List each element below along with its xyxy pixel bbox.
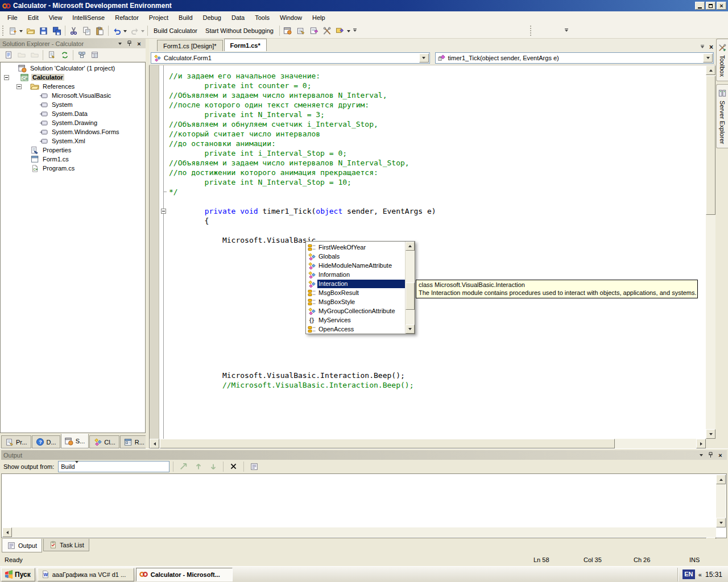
goto-message-button[interactable] <box>177 460 190 473</box>
scroll-down-button[interactable] <box>706 429 715 439</box>
bottom-tab-task-list[interactable]: Task List <box>43 539 89 551</box>
clock[interactable]: 15:31 <box>705 571 722 579</box>
clear-output-button[interactable] <box>227 460 240 473</box>
completion-item-firstweekofyear[interactable]: FirstWeekOfYear <box>306 243 405 252</box>
save-button[interactable] <box>37 24 50 37</box>
code-line[interactable]: Microsoft.VisualBasic.Interaction.Beep()… <box>169 371 693 380</box>
code-line[interactable]: //который считает число интервалов <box>169 129 693 139</box>
scroll-up-button[interactable] <box>716 475 726 484</box>
tree-item-calculator[interactable]: C#Calculator <box>1 73 145 82</box>
menu-project[interactable]: Project <box>144 13 173 23</box>
editor-vertical-scrollbar[interactable] <box>706 65 715 439</box>
code-line[interactable]: //и задаем его начальное значение: <box>169 71 693 81</box>
next-message-button[interactable] <box>206 460 220 473</box>
code-line[interactable]: //после которого один текст сменяется др… <box>169 100 693 110</box>
scroll-right-button[interactable] <box>696 439 706 448</box>
tree-item-properties[interactable]: Properties <box>1 146 145 155</box>
panel-tab-pr[interactable]: Pr... <box>1 435 31 448</box>
window-position-button[interactable] <box>115 40 124 48</box>
menu-file[interactable]: File <box>2 13 23 23</box>
menu-window[interactable]: Window <box>275 13 307 23</box>
redo-dropdown[interactable] <box>141 30 144 34</box>
menu-refactor[interactable]: Refactor <box>110 13 144 23</box>
outline-collapse-box[interactable] <box>161 209 166 214</box>
language-indicator[interactable]: EN <box>682 569 695 579</box>
doc-tab-form1-cs-design[interactable]: Form1.cs [Design]* <box>157 40 223 51</box>
undo-dropdown[interactable] <box>123 30 127 34</box>
minimize-button[interactable] <box>695 2 705 10</box>
menu-help[interactable]: Help <box>307 13 330 23</box>
collapse-toggle[interactable] <box>16 84 22 89</box>
code-line[interactable]: private int N_Interval_Stop = 10; <box>169 177 693 187</box>
word-wrap-button[interactable] <box>247 460 260 473</box>
refresh-button[interactable] <box>58 49 71 61</box>
restore-button[interactable] <box>706 2 715 10</box>
tray-chevron[interactable]: « <box>698 571 702 578</box>
tools-button[interactable] <box>321 24 334 37</box>
toolbar-overflow[interactable] <box>563 24 570 37</box>
code-line[interactable]: private void timer1_Tick(object sender, … <box>169 206 693 216</box>
horizontal-scroll-thumb[interactable] <box>160 439 615 448</box>
completion-item-globals[interactable]: Globals <box>306 252 405 261</box>
code-line[interactable]: Microsoft.VisualBasic. <box>169 235 693 245</box>
completion-item-myservices[interactable]: {}MyServices <box>306 315 405 325</box>
code-line[interactable]: */ <box>169 187 693 197</box>
code-line[interactable]: //Объявляем и обнуляем счетчик i_Interva… <box>169 119 693 129</box>
output-content[interactable] <box>1 473 727 538</box>
code-line[interactable] <box>169 313 693 322</box>
scroll-up-button[interactable] <box>706 65 715 75</box>
code-line[interactable] <box>169 226 693 235</box>
copy-button[interactable] <box>80 24 93 37</box>
pin-button[interactable] <box>706 451 715 459</box>
menu-data[interactable]: Data <box>226 13 250 23</box>
code-text[interactable]: //и задаем его начальное значение: priva… <box>169 71 693 390</box>
scroll-down-button[interactable] <box>406 325 415 334</box>
completion-item-interaction[interactable]: Interaction <box>306 279 405 288</box>
code-line[interactable] <box>169 332 693 342</box>
output-vertical-scrollbar[interactable] <box>716 475 726 527</box>
code-line[interactable] <box>169 342 693 351</box>
toolbar-grip[interactable] <box>530 26 532 36</box>
output-source-dropdown[interactable]: Build <box>58 461 169 472</box>
other-windows-button[interactable] <box>334 24 347 37</box>
tree-item-system[interactable]: System <box>1 100 145 109</box>
other-windows-dropdown[interactable] <box>347 30 350 34</box>
collapse-toggle[interactable] <box>4 75 9 80</box>
new-item-dropdown[interactable] <box>19 30 23 34</box>
taskbar-task-аааграфика-на-vc-d1[interactable]: WаааГрафика на VC# d1 ... <box>38 568 134 581</box>
cut-button[interactable] <box>67 24 80 37</box>
close-button[interactable]: × <box>717 2 726 10</box>
close-document-button[interactable]: × <box>709 43 713 51</box>
code-line[interactable]: private int counter = 0; <box>169 81 693 90</box>
window-position-button[interactable] <box>697 451 705 459</box>
undo-button[interactable] <box>110 24 123 37</box>
paste-button[interactable] <box>93 24 106 37</box>
editor-horizontal-scrollbar[interactable] <box>150 439 706 448</box>
tab-scroll-dropdown[interactable] <box>699 41 706 53</box>
intellisense-scrollbar[interactable] <box>405 242 415 334</box>
code-line[interactable] <box>169 245 693 255</box>
object-browser-button[interactable] <box>308 24 321 37</box>
types-dropdown[interactable]: Calculator.Form1 <box>151 52 430 64</box>
code-line[interactable] <box>169 197 693 206</box>
open-file-button[interactable] <box>24 24 37 37</box>
tree-item-system-drawing[interactable]: System.Drawing <box>1 118 145 127</box>
new-item-button[interactable] <box>6 24 19 37</box>
completion-item-hidemodulenameattribute[interactable]: HideModuleNameAttribute <box>306 261 405 270</box>
tree-item-solution-calculator-1-project[interactable]: Solution 'Calculator' (1 project) <box>1 64 145 73</box>
tree-item-microsoft-visualbasic[interactable]: Microsoft.VisualBasic <box>1 91 145 100</box>
redo-button[interactable] <box>128 24 141 37</box>
completion-item-mygroupcollectionattribute[interactable]: MyGroupCollectionAttribute <box>306 306 405 315</box>
view-code-button[interactable] <box>2 49 15 61</box>
taskbar-task-calculator-microsoft[interactable]: Calculator - Microsoft... <box>136 568 233 581</box>
view-class-diagram-button[interactable] <box>75 49 88 61</box>
panel-tab-s[interactable]: S... <box>61 434 89 448</box>
scroll-left-button[interactable] <box>150 439 159 448</box>
panel-tab-r[interactable]: R... <box>120 435 148 448</box>
menu-view[interactable]: View <box>44 13 68 23</box>
code-line[interactable]: //Объявляем и задаем число интервалов N_… <box>169 158 693 168</box>
properties-window-button[interactable] <box>295 24 308 37</box>
properties-shortcut-button[interactable] <box>88 49 101 61</box>
solution-explorer-window-button[interactable] <box>282 24 295 37</box>
autohide-tab-server-explorer[interactable]: Server Explorer <box>716 84 728 148</box>
